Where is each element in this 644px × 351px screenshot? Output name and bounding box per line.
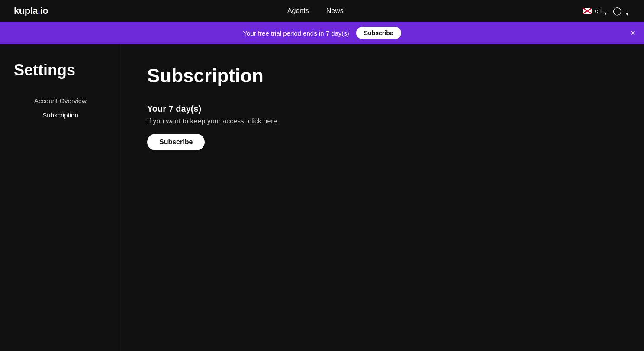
subscription-subtext: If you want to keep your access, click h… xyxy=(147,117,450,125)
logo[interactable]: kupla.io xyxy=(14,5,48,16)
flag-uk-icon xyxy=(583,8,592,14)
banner-close-button[interactable]: × xyxy=(631,29,635,38)
subscription-section: Your 7 day(s) If you want to keep your a… xyxy=(147,104,450,150)
subscribe-button[interactable]: Subscribe xyxy=(147,134,205,150)
page-title: Subscription xyxy=(147,65,618,87)
sidebar-title: Settings xyxy=(14,62,107,79)
main-layout: Settings Account Overview Subscription S… xyxy=(0,44,644,351)
logo-text-ext: io xyxy=(40,5,48,16)
chevron-down-icon xyxy=(604,10,609,12)
sidebar-item-subscription[interactable]: Subscription xyxy=(42,109,78,121)
banner-subscribe-button[interactable]: Subscribe xyxy=(356,27,401,39)
sidebar: Settings Account Overview Subscription xyxy=(0,44,121,351)
main-content: Subscription Your 7 day(s) If you want t… xyxy=(121,44,644,351)
subscription-heading: Your 7 day(s) xyxy=(147,104,450,114)
nav-link-news[interactable]: News xyxy=(326,7,344,15)
lang-code: en xyxy=(595,7,602,14)
trial-banner: Your free trial period ends in 7 day(s) … xyxy=(0,22,644,44)
language-selector[interactable]: en xyxy=(583,7,609,14)
sidebar-nav: Account Overview Subscription xyxy=(14,94,107,116)
nav-links: Agents News xyxy=(287,7,344,15)
trial-banner-text: Your free trial period ends in 7 day(s) xyxy=(243,29,349,37)
user-icon[interactable]: ◯ xyxy=(612,6,622,16)
nav-link-agents[interactable]: Agents xyxy=(287,7,309,15)
nav-right: en ◯ xyxy=(583,6,630,16)
main-nav: kupla.io Agents News en ◯ xyxy=(0,0,644,22)
sidebar-item-account-overview[interactable]: Account Overview xyxy=(34,94,87,107)
logo-text-main: kupla xyxy=(14,5,38,16)
user-chevron-icon xyxy=(626,10,630,12)
